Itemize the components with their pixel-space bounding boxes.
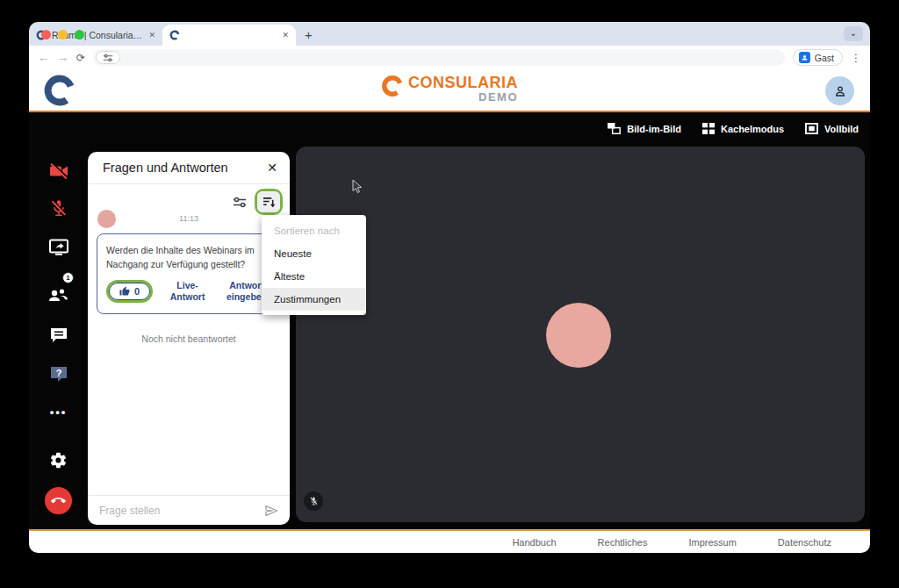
mic-off-icon (309, 496, 319, 506)
upvote-count: 0 (134, 286, 140, 297)
question-bubble-icon: ? (49, 365, 68, 384)
tile-mode-button[interactable]: Kachelmodus (702, 123, 784, 134)
question-actions: 0 Live-Antwort Antwort eingeben (106, 280, 271, 304)
meeting-area: Bild-im-Bild Kachelmodus Vollbild (29, 112, 870, 529)
forward-icon[interactable]: → (57, 51, 68, 64)
annotation-ring (255, 189, 283, 215)
annotation-ring: 0 (106, 280, 153, 303)
mic-off-icon (49, 198, 68, 219)
more-options-button[interactable]: ••• (29, 405, 88, 419)
participants-button[interactable]: 1 (29, 286, 88, 304)
qa-button[interactable]: ? (29, 365, 88, 384)
profile-avatar-icon (799, 52, 810, 63)
call-end-icon (51, 493, 66, 508)
thumbs-up-icon (119, 286, 130, 297)
ask-question-input[interactable] (99, 505, 264, 517)
question-text: Werden die Inhalte des Webinars im Nachg… (106, 243, 271, 272)
view-controls: Bild-im-Bild Kachelmodus Vollbild (608, 123, 859, 134)
screen-share-button[interactable] (29, 239, 88, 255)
person-icon (833, 84, 847, 98)
brand-subtitle: DEMO (478, 91, 518, 103)
sort-dropdown-menu: Sortieren nach Neueste Älteste Zustimmun… (262, 215, 366, 315)
qa-input-row (88, 495, 290, 525)
tab-close-icon[interactable]: ✕ (148, 31, 155, 39)
minimize-window-button[interactable] (58, 30, 68, 39)
sort-option-neueste[interactable]: Neueste (262, 242, 366, 265)
tab-search-chevron-icon[interactable]: ⌄ (844, 26, 863, 41)
profile-label: Gast (815, 53, 834, 63)
mic-off-button[interactable] (29, 198, 88, 219)
footer-link-rechtliches[interactable]: Rechtliches (598, 537, 648, 548)
picture-in-picture-icon (608, 123, 621, 134)
camera-off-icon (48, 161, 69, 181)
hang-up-button[interactable] (29, 487, 88, 514)
qa-panel: Fragen und Antworten ✕ 11:13 Werden die … (88, 152, 290, 525)
app-header: CONSULARIA DEMO (29, 69, 870, 112)
sort-option-aelteste[interactable]: Älteste (262, 265, 366, 288)
brand-name: CONSULARIA (408, 75, 518, 91)
send-icon[interactable] (264, 504, 278, 518)
gear-icon (49, 451, 68, 470)
back-icon[interactable]: ← (38, 51, 49, 64)
sort-menu-header: Sortieren nach (262, 219, 366, 242)
qa-panel-title: Fragen und Antworten (103, 161, 267, 175)
qa-toolbar (233, 189, 283, 215)
maximize-window-button[interactable] (75, 30, 84, 39)
profile-button[interactable]: Gast (793, 49, 843, 66)
reload-icon[interactable]: ⟳ (76, 52, 85, 64)
live-answer-button[interactable]: Live-Antwort (165, 280, 211, 304)
footer-link-impressum[interactable]: Impressum (688, 537, 736, 548)
browser-menu-icon[interactable]: ⋮ (851, 52, 861, 64)
fullscreen-button[interactable]: Vollbild (805, 123, 859, 134)
camera-off-button[interactable] (29, 161, 88, 181)
svg-text:?: ? (55, 368, 61, 378)
sort-option-zustimmungen[interactable]: Zustimmungen (262, 288, 366, 311)
app-footer: Handbuch Rechtliches Impressum Datenschu… (29, 529, 870, 553)
participant-muted-badge (304, 491, 323, 511)
consularia-favicon (169, 30, 180, 40)
sort-icon (263, 197, 276, 208)
view-control-label: Vollbild (824, 124, 859, 134)
call-sidebar: 1 ? ••• (29, 112, 88, 529)
window-controls (41, 30, 84, 39)
participants-icon (47, 286, 70, 304)
qa-panel-header: Fragen und Antworten ✕ (88, 152, 290, 184)
browser-window: Räume | Consularia Office ✕ ✕ + ⌄ ← → ⟳ … (29, 22, 870, 553)
site-settings-chip[interactable] (96, 51, 120, 64)
new-tab-button[interactable]: + (305, 27, 313, 42)
more-dots-icon: ••• (50, 405, 68, 419)
settings-button[interactable] (29, 451, 88, 470)
address-bar[interactable] (93, 49, 785, 66)
brand-logo: CONSULARIA DEMO (29, 75, 870, 103)
video-tile (296, 147, 865, 522)
grid-icon (702, 123, 715, 134)
browser-toolbar: ← → ⟳ Gast ⋮ (29, 46, 870, 69)
picture-in-picture-button[interactable]: Bild-im-Bild (608, 123, 681, 134)
participant-avatar (546, 303, 611, 368)
mouse-cursor (352, 179, 363, 194)
qa-close-icon[interactable]: ✕ (267, 161, 277, 175)
footer-link-handbuch[interactable]: Handbuch (512, 537, 556, 548)
question-card: Werden die Inhalte des Webinars im Nachg… (97, 233, 281, 314)
participants-count-badge: 1 (62, 272, 74, 283)
qa-status-text: Noch nicht beantwortet (88, 333, 290, 344)
chat-button[interactable] (29, 326, 88, 344)
sort-button[interactable] (257, 191, 280, 212)
upvote-button[interactable]: 0 (109, 283, 150, 300)
tune-icon (103, 54, 113, 62)
consularia-brand-icon (381, 75, 404, 97)
tab-strip: Räume | Consularia Office ✕ ✕ + ⌄ (29, 22, 870, 46)
view-control-label: Bild-im-Bild (627, 124, 681, 134)
footer-link-datenschutz[interactable]: Datenschutz (778, 537, 831, 548)
chat-icon (49, 326, 68, 344)
tab-active[interactable]: ✕ (162, 25, 296, 46)
close-window-button[interactable] (41, 30, 51, 39)
filter-icon[interactable] (233, 197, 247, 208)
screen-share-icon (49, 239, 68, 255)
question-timestamp: 11:13 (88, 214, 290, 223)
fullscreen-icon (805, 123, 818, 134)
tab-close-icon[interactable]: ✕ (282, 31, 289, 39)
view-control-label: Kachelmodus (721, 124, 784, 134)
account-button[interactable] (825, 76, 854, 105)
